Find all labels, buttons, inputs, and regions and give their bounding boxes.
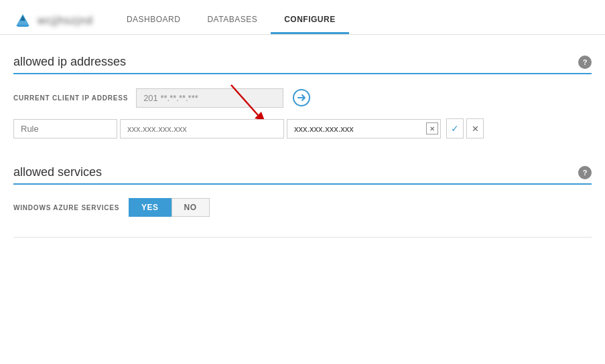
rule-row-container: ✕ ✓ ✕	[13, 118, 592, 139]
current-ip-input[interactable]	[136, 88, 283, 108]
svg-rect-0	[17, 25, 28, 27]
nav-tab-dashboard[interactable]: DASHBOARD	[113, 7, 194, 34]
allowed-services-title: allowed services	[13, 165, 102, 179]
azure-services-toggle: YES NO	[129, 198, 210, 217]
clear-ip-end-button[interactable]: ✕	[426, 122, 438, 134]
allowed-ip-title: allowed ip addresses	[13, 55, 126, 69]
logo-area: wcjjhszjnd	[13, 11, 93, 30]
current-ip-label: CURRENT CLIENT IP ADDRESS	[13, 94, 128, 102]
nav-tabs: DASHBOARD DATABASES CONFIGURE	[113, 7, 349, 34]
rule-ip-end-wrapper: ✕	[287, 119, 441, 139]
allowed-services-section: allowed services ? WINDOWS AZURE SERVICE…	[13, 165, 592, 217]
current-ip-row: CURRENT CLIENT IP ADDRESS	[13, 88, 592, 108]
rule-ip-start-input[interactable]	[120, 119, 284, 139]
rule-name-input[interactable]	[13, 119, 117, 139]
rule-row: ✕ ✓ ✕	[13, 118, 592, 139]
arrow-circle-icon	[293, 89, 310, 106]
rule-action-buttons: ✓ ✕	[446, 118, 484, 139]
top-bar: wcjjhszjnd DASHBOARD DATABASES CONFIGURE	[0, 0, 605, 35]
logo-text: wcjjhszjnd	[38, 15, 93, 27]
bottom-separator	[13, 237, 592, 238]
azure-services-yes-button[interactable]: YES	[129, 198, 172, 217]
add-ip-button[interactable]	[291, 88, 312, 108]
allowed-ip-header: allowed ip addresses ?	[13, 55, 592, 74]
azure-icon	[13, 11, 32, 30]
windows-azure-services-row: WINDOWS AZURE SERVICES YES NO	[13, 198, 592, 217]
nav-tab-databases[interactable]: DATABASES	[194, 7, 271, 34]
rule-ip-end-input[interactable]	[287, 119, 441, 139]
nav-tab-configure[interactable]: CONFIGURE	[271, 7, 349, 34]
windows-azure-label: WINDOWS AZURE SERVICES	[13, 204, 121, 211]
cancel-rule-button[interactable]: ✕	[466, 118, 484, 139]
allowed-ip-help-icon[interactable]: ?	[578, 56, 592, 69]
allowed-ip-section: allowed ip addresses ? CURRENT CLIENT IP…	[13, 55, 592, 139]
confirm-rule-button[interactable]: ✓	[446, 118, 464, 139]
azure-services-no-button[interactable]: NO	[172, 198, 210, 217]
main-content: allowed ip addresses ? CURRENT CLIENT IP…	[0, 35, 605, 251]
allowed-services-help-icon[interactable]: ?	[578, 166, 592, 179]
allowed-services-header: allowed services ?	[13, 165, 592, 185]
